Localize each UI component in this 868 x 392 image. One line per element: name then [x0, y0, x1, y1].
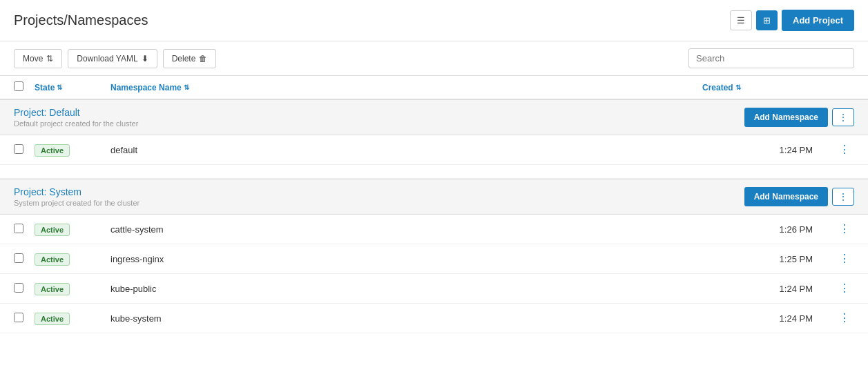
ns-menu-button-ingress-nginx[interactable]: ⋮	[835, 251, 854, 266]
ns-time-default: 1:24 PM	[780, 145, 813, 155]
projects-container: Project: Default Default project created…	[0, 99, 868, 333]
project-name-system: Project: System	[14, 186, 744, 197]
ns-checkbox-cattle-system[interactable]	[14, 224, 23, 233]
project-menu-button-default[interactable]: ⋮	[832, 108, 854, 126]
move-icon: ⇅	[46, 54, 53, 63]
ns-created-cattle-system: 1:26 PM	[702, 224, 813, 235]
col-state-header: State ⇅	[35, 83, 110, 92]
ns-created-ingress-nginx: 1:25 PM	[702, 254, 813, 264]
name-column-header[interactable]: Namespace Name ⇅	[110, 83, 702, 92]
project-spacer	[0, 165, 868, 179]
download-yaml-button[interactable]: Download YAML ⬇	[68, 49, 157, 68]
ns-state-kube-public: Active	[35, 284, 110, 294]
namespace-row-ingress-nginx: Active ingress-nginx 1:25 PM ⋮	[0, 244, 868, 274]
select-all-container	[14, 81, 35, 93]
state-column-header[interactable]: State ⇅	[35, 83, 110, 92]
ns-checkbox-ingress-nginx[interactable]	[14, 253, 23, 263]
ns-created-kube-public: 1:24 PM	[702, 284, 813, 294]
toolbar: Move ⇅ Download YAML ⬇ Delete 🗑	[0, 41, 868, 76]
namespace-row-kube-system: Active kube-system 1:24 PM ⋮	[0, 304, 868, 333]
ns-name-col-kube-system: kube-system	[110, 313, 702, 324]
delete-button[interactable]: Delete 🗑	[163, 49, 217, 68]
ns-time-ingress-nginx: 1:25 PM	[780, 254, 813, 264]
ns-name-ingress-nginx: ingress-nginx	[110, 254, 164, 264]
ns-check-default	[14, 144, 35, 156]
status-badge-kube-system: Active	[35, 313, 70, 325]
state-sort-icon: ⇅	[57, 84, 62, 91]
ns-checkbox-kube-system[interactable]	[14, 313, 23, 322]
ns-check-ingress-nginx	[14, 253, 35, 265]
delete-icon: 🗑	[199, 54, 207, 63]
search-container	[688, 48, 854, 68]
col-created-header: Created ⇅	[702, 83, 813, 92]
list-view-button[interactable]: ☰	[730, 10, 752, 30]
ns-name-col-default: default	[110, 145, 702, 155]
project-name-default: Project: Default	[14, 107, 744, 118]
ns-check-kube-system	[14, 313, 35, 324]
ns-name-kube-public: kube-public	[110, 284, 157, 294]
status-badge-ingress-nginx: Active	[35, 253, 70, 266]
page-header: Projects/Namespaces ☰ ⊞ Add Project	[0, 0, 868, 41]
status-badge-kube-public: Active	[35, 283, 70, 295]
search-input[interactable]	[688, 48, 854, 68]
ns-created-default: 1:24 PM	[702, 145, 813, 155]
grid-icon: ⊞	[763, 15, 771, 26]
project-actions-default: Add Namespace ⋮	[744, 108, 854, 127]
project-info-default: Project: Default Default project created…	[14, 107, 744, 128]
col-name-header: Namespace Name ⇅	[110, 83, 702, 92]
status-badge-cattle-system: Active	[35, 224, 70, 236]
created-column-header[interactable]: Created ⇅	[702, 83, 813, 92]
ns-name-col-kube-public: kube-public	[110, 284, 702, 294]
ns-name-col-ingress-nginx: ingress-nginx	[110, 254, 702, 264]
namespace-row-default: Active default 1:24 PM ⋮	[0, 135, 868, 165]
list-icon: ☰	[737, 15, 745, 26]
add-project-button[interactable]: Add Project	[782, 10, 854, 31]
add-namespace-button-system[interactable]: Add Namespace	[744, 187, 828, 206]
ns-actions-kube-public: ⋮	[813, 281, 854, 296]
ns-time-kube-system: 1:24 PM	[780, 313, 813, 324]
ns-check-kube-public	[14, 283, 35, 295]
toolbar-left: Move ⇅ Download YAML ⬇ Delete 🗑	[14, 49, 216, 68]
header-actions: ☰ ⊞ Add Project	[730, 10, 854, 31]
ns-menu-button-kube-system[interactable]: ⋮	[835, 311, 854, 326]
project-desc-system: System project created for the cluster	[14, 199, 744, 207]
project-actions-system: Add Namespace ⋮	[744, 187, 854, 206]
namespace-row-kube-public: Active kube-public 1:24 PM ⋮	[0, 274, 868, 304]
move-button[interactable]: Move ⇅	[14, 49, 62, 68]
ns-name-col-cattle-system: cattle-system	[110, 224, 702, 235]
ns-time-cattle-system: 1:26 PM	[780, 224, 813, 235]
ns-checkbox-kube-public[interactable]	[14, 283, 23, 293]
project-info-system: Project: System System project created f…	[14, 186, 744, 207]
ns-menu-button-kube-public[interactable]: ⋮	[835, 281, 854, 296]
table-header: State ⇅ Namespace Name ⇅ Created ⇅	[0, 76, 868, 99]
project-row-default: Project: Default Default project created…	[0, 99, 868, 135]
add-namespace-button-default[interactable]: Add Namespace	[744, 108, 828, 127]
ns-time-kube-public: 1:24 PM	[780, 284, 813, 294]
ns-menu-button-default[interactable]: ⋮	[835, 142, 854, 157]
ns-actions-ingress-nginx: ⋮	[813, 251, 854, 266]
ns-actions-default: ⋮	[813, 142, 854, 157]
ns-menu-button-cattle-system[interactable]: ⋮	[835, 222, 854, 237]
project-desc-default: Default project created for the cluster	[14, 119, 744, 128]
download-icon: ⬇	[142, 54, 148, 63]
ns-name-default: default	[110, 145, 137, 155]
ns-checkbox-default[interactable]	[14, 144, 23, 154]
status-badge-default: Active	[35, 144, 70, 157]
ns-state-ingress-nginx: Active	[35, 254, 110, 264]
grid-view-button[interactable]: ⊞	[756, 10, 778, 30]
namespace-row-cattle-system: Active cattle-system 1:26 PM ⋮	[0, 215, 868, 244]
delete-label: Delete	[172, 54, 196, 63]
ns-state-cattle-system: Active	[35, 224, 110, 235]
ns-name-kube-system: kube-system	[110, 313, 162, 324]
ns-check-cattle-system	[14, 224, 35, 235]
ns-created-kube-system: 1:24 PM	[702, 313, 813, 324]
select-all-checkbox[interactable]	[14, 81, 23, 91]
ns-state-default: Active	[35, 145, 110, 155]
ns-name-cattle-system: cattle-system	[110, 224, 164, 235]
ns-state-kube-system: Active	[35, 313, 110, 324]
ns-actions-kube-system: ⋮	[813, 311, 854, 326]
name-sort-icon: ⇅	[184, 84, 189, 91]
project-menu-button-system[interactable]: ⋮	[832, 188, 854, 206]
page-title: Projects/Namespaces	[14, 12, 148, 28]
download-yaml-label: Download YAML	[77, 54, 137, 63]
